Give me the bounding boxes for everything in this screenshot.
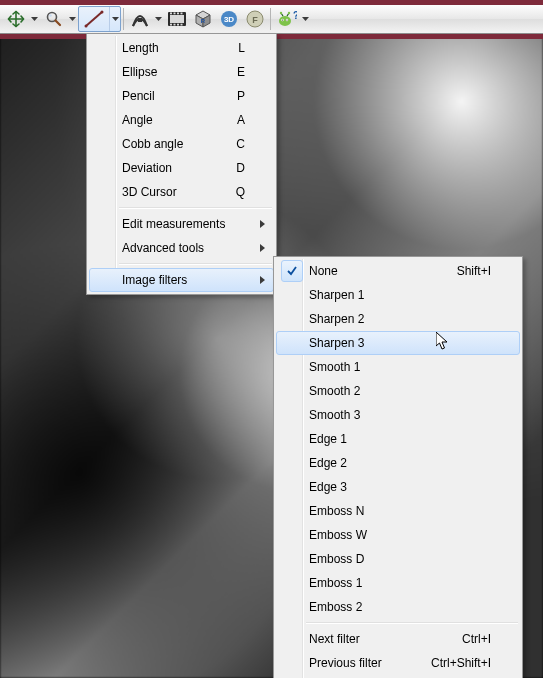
svg-line-7 (86, 12, 102, 26)
menu-item-pencil[interactable]: Pencil P (89, 84, 274, 108)
help-icon: ? (274, 6, 300, 32)
svg-point-8 (85, 25, 88, 28)
film-button[interactable] (164, 6, 190, 32)
zoom-tool-button[interactable] (40, 6, 78, 32)
menu-item-filter-edge-1[interactable]: Edge 1 (276, 427, 520, 451)
menu-item-angle[interactable]: Angle A (89, 108, 274, 132)
svg-rect-11 (138, 18, 142, 22)
menu-label: Sharpen 3 (309, 336, 364, 350)
dropdown-arrow-icon[interactable] (300, 7, 310, 31)
menu-item-length[interactable]: Length L (89, 36, 274, 60)
menu-item-filter-emboss-w[interactable]: Emboss W (276, 523, 520, 547)
menu-item-ellipse[interactable]: Ellipse E (89, 60, 274, 84)
menu-item-filter-sharpen-1[interactable]: Sharpen 1 (276, 283, 520, 307)
menu-label: Emboss N (309, 504, 364, 518)
menu-item-edit-measurements[interactable]: Edit measurements (89, 212, 274, 236)
menu-item-filter-smooth-3[interactable]: Smooth 3 (276, 403, 520, 427)
volume-3d-button[interactable]: 3D (216, 6, 242, 32)
menu-item-filter-emboss-2[interactable]: Emboss 2 (276, 595, 520, 619)
svg-rect-21 (177, 24, 179, 26)
menu-item-image-filters[interactable]: Image filters (89, 268, 274, 292)
menu-item-filter-none[interactable]: None Shift+I (276, 259, 520, 283)
menu-label: Image filters (122, 273, 187, 287)
menu-item-cobb-angle[interactable]: Cobb angle C (89, 132, 274, 156)
svg-marker-6 (69, 17, 76, 21)
menu-item-next-filter[interactable]: Next filter Ctrl+I (276, 627, 520, 651)
menu-item-filter-edge-3[interactable]: Edge 3 (276, 475, 520, 499)
svg-rect-16 (174, 13, 176, 15)
menu-item-filter-emboss-d[interactable]: Emboss D (276, 547, 520, 571)
fusion-button[interactable]: F (242, 6, 268, 32)
menu-label: Cobb angle (122, 137, 183, 151)
menu-label: Advanced tools (122, 241, 204, 255)
menu-shortcut: Q (212, 185, 245, 199)
dropdown-arrow-icon[interactable] (67, 7, 77, 31)
image-filters-submenu: None Shift+I Sharpen 1 Sharpen 2 Sharpen… (273, 256, 523, 678)
menu-item-filter-emboss-1[interactable]: Emboss 1 (276, 571, 520, 595)
main-toolbar: R 3D F (0, 5, 543, 34)
menu-item-filter-sharpen-2[interactable]: Sharpen 2 (276, 307, 520, 331)
menu-item-filter-emboss-n[interactable]: Emboss N (276, 499, 520, 523)
svg-point-31 (279, 16, 291, 26)
help-button[interactable]: ? (273, 6, 311, 32)
svg-marker-42 (260, 220, 265, 228)
menu-item-3d-cursor[interactable]: 3D Cursor Q (89, 180, 274, 204)
menu-shortcut: Ctrl+I (438, 632, 491, 646)
menu-shortcut: P (213, 89, 245, 103)
fusion-icon: F (245, 9, 265, 29)
svg-rect-17 (177, 13, 179, 15)
menu-shortcut: D (212, 161, 245, 175)
svg-rect-14 (170, 15, 184, 23)
menu-item-filter-edge-2[interactable]: Edge 2 (276, 451, 520, 475)
svg-marker-12 (155, 17, 162, 21)
arch-tool-button[interactable] (126, 6, 164, 32)
menu-label: Next filter (309, 632, 360, 646)
menu-separator (306, 622, 518, 624)
move-icon (3, 6, 29, 32)
svg-line-4 (56, 21, 61, 26)
menu-item-filter-smooth-2[interactable]: Smooth 2 (276, 379, 520, 403)
svg-rect-20 (174, 24, 176, 26)
submenu-arrow-icon (260, 273, 265, 287)
menu-label: Smooth 1 (309, 360, 360, 374)
menu-item-advanced-tools[interactable]: Advanced tools (89, 236, 274, 260)
svg-marker-44 (260, 276, 265, 284)
film-icon (167, 11, 187, 27)
menu-label: None (309, 264, 338, 278)
menu-label: Edge 2 (309, 456, 347, 470)
svg-rect-19 (170, 24, 172, 26)
menu-label: Previous filter (309, 656, 382, 670)
measure-tool-button[interactable] (78, 6, 121, 32)
dropdown-arrow-icon[interactable] (153, 7, 163, 31)
toolbar-separator (270, 8, 271, 30)
menu-item-previous-filter[interactable]: Previous filter Ctrl+Shift+I (276, 651, 520, 675)
svg-text:3D: 3D (224, 15, 234, 24)
dropdown-arrow-icon[interactable] (29, 7, 39, 31)
menu-item-filter-sharpen-3[interactable]: Sharpen 3 (276, 331, 520, 355)
svg-point-38 (280, 12, 282, 14)
svg-point-9 (101, 11, 104, 14)
menu-shortcut: E (213, 65, 245, 79)
app-viewport: R 3D F (0, 0, 543, 678)
menu-shortcut: Ctrl+Shift+I (407, 656, 491, 670)
measure-line-icon (79, 6, 109, 32)
svg-text:R: R (201, 18, 206, 24)
svg-point-5 (49, 14, 51, 16)
svg-rect-18 (181, 13, 183, 15)
menu-label: Length (122, 41, 159, 55)
menu-separator (119, 207, 272, 209)
menu-label: Angle (122, 113, 153, 127)
move-tool-button[interactable] (2, 6, 40, 32)
menu-shortcut: Shift+I (433, 264, 491, 278)
menu-item-deviation[interactable]: Deviation D (89, 156, 274, 180)
mpr-button[interactable]: R (190, 6, 216, 32)
svg-marker-2 (31, 17, 38, 21)
toolbar-separator (123, 8, 124, 30)
menu-shortcut: A (213, 113, 245, 127)
svg-marker-41 (302, 17, 309, 21)
menu-item-filter-smooth-1[interactable]: Smooth 1 (276, 355, 520, 379)
menu-label: Smooth 3 (309, 408, 360, 422)
arch-icon (127, 6, 153, 32)
svg-point-39 (288, 12, 290, 14)
dropdown-arrow-icon[interactable] (109, 7, 120, 31)
